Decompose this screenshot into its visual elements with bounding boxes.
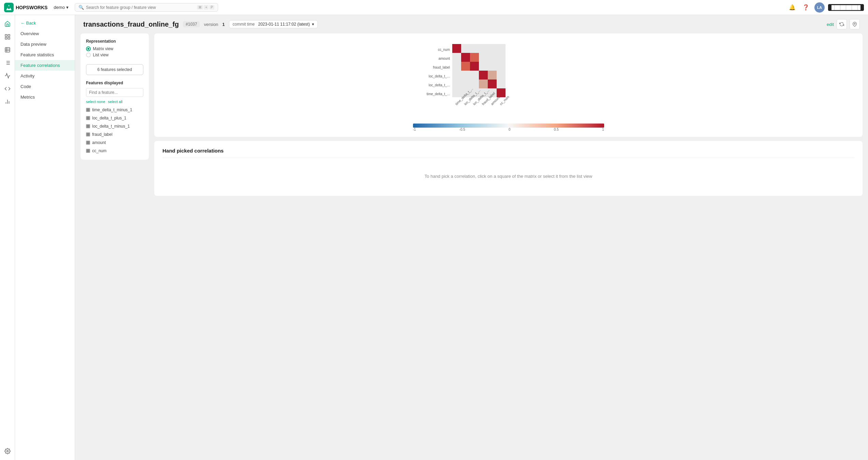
sidebar-item-activity[interactable]: Activity: [15, 71, 75, 81]
matrix-view-option[interactable]: Matrix view: [86, 46, 143, 51]
workspace-selector[interactable]: demo ▾: [52, 3, 71, 11]
matrix-cell[interactable]: [452, 62, 461, 71]
matrix-cell[interactable]: [479, 80, 488, 88]
sidebar-icon-grid[interactable]: [1, 31, 14, 43]
sidebar-item-code[interactable]: Code: [15, 81, 75, 92]
back-button[interactable]: ← Back: [15, 18, 75, 28]
sidebar-icons: [0, 15, 15, 460]
matrix-cell[interactable]: [479, 44, 488, 53]
feature-checkbox[interactable]: [86, 132, 90, 136]
matrix-cell[interactable]: [452, 71, 461, 80]
handpicked-empty-message: To hand pick a correlation, click on a s…: [162, 163, 854, 189]
matrix-cell[interactable]: [470, 71, 479, 80]
matrix-cell[interactable]: [452, 80, 461, 88]
list-item[interactable]: cc_num: [86, 147, 143, 154]
matrix-cell[interactable]: [470, 44, 479, 53]
features-selected-button[interactable]: 6 features selected: [86, 64, 143, 75]
matrix-cell[interactable]: [461, 71, 470, 80]
feature-checkbox[interactable]: [86, 149, 90, 153]
select-links: select none select all: [86, 100, 143, 104]
matrix-cell[interactable]: [497, 44, 506, 53]
colorbar: [413, 124, 604, 128]
sidebar-item-metrics[interactable]: Metrics: [15, 92, 75, 102]
matrix-cell[interactable]: [470, 53, 479, 62]
workspace-name: demo: [54, 5, 65, 10]
matrix-cell[interactable]: [452, 44, 461, 53]
feature-checkbox[interactable]: [86, 124, 90, 128]
sidebar-item-feature-correlations[interactable]: Feature correlations: [15, 60, 75, 71]
logo-text: HOPSWORKS: [16, 5, 47, 10]
correlation-matrix-svg[interactable]: cc_num amount fraud_label loc_delta_t_..…: [413, 39, 604, 121]
matrix-cell[interactable]: [479, 62, 488, 71]
chevron-down-icon: ▾: [66, 5, 69, 10]
sidebar-item-feature-statistics[interactable]: Feature statistics: [15, 49, 75, 60]
commit-time-selector[interactable]: commit time 2023-01-11 11:17:02 (latest)…: [229, 20, 318, 28]
sidebar-icon-list[interactable]: [1, 57, 14, 69]
svg-rect-6: [8, 38, 10, 39]
representation-title: Representation: [86, 39, 143, 44]
feature-checkbox[interactable]: [86, 141, 90, 145]
page-header: transactions_fraud_online_fg #1037 versi…: [75, 15, 868, 33]
matrix-cell[interactable]: [488, 71, 497, 80]
svg-point-20: [6, 450, 8, 452]
matrix-cell[interactable]: [488, 80, 497, 88]
list-view-radio[interactable]: [86, 53, 91, 57]
logo: HOPSWORKS: [4, 3, 47, 12]
refresh-button[interactable]: [837, 19, 847, 29]
list-item[interactable]: amount: [86, 139, 143, 146]
svg-rect-4: [8, 34, 10, 36]
sidebar-icon-settings[interactable]: [1, 445, 14, 457]
feature-name: amount: [92, 140, 106, 145]
matrix-cell[interactable]: [479, 53, 488, 62]
colorbar-labels: -1 -0.5 0 0.5 1: [413, 128, 604, 131]
search-input[interactable]: [86, 5, 195, 10]
matrix-cell[interactable]: [488, 53, 497, 62]
sidebar-item-label: Feature correlations: [20, 63, 60, 68]
avatar[interactable]: LA: [814, 2, 825, 13]
list-item[interactable]: fraud_label: [86, 131, 143, 138]
edit-button[interactable]: edit: [827, 22, 834, 27]
matrix-cell[interactable]: [470, 80, 479, 88]
list-item[interactable]: loc_delta_t_plus_1: [86, 115, 143, 121]
matrix-view-radio[interactable]: [86, 46, 91, 51]
select-none-link[interactable]: select none: [86, 100, 105, 104]
matrix-cell[interactable]: [461, 62, 470, 71]
matrix-svg-wrap: cc_num amount fraud_label loc_delta_t_..…: [160, 39, 857, 121]
matrix-cell[interactable]: [470, 62, 479, 71]
workspace-label: ██████████: [828, 4, 864, 11]
help-button[interactable]: ❓: [801, 2, 811, 13]
matrix-view-label: Matrix view: [93, 46, 113, 51]
list-item[interactable]: loc_delta_t_minus_1: [86, 123, 143, 130]
matrix-cell[interactable]: [497, 80, 506, 88]
matrix-cell[interactable]: [479, 71, 488, 80]
matrix-cell[interactable]: [488, 62, 497, 71]
colorbar-min: -1: [413, 128, 416, 131]
matrix-cell[interactable]: [497, 53, 506, 62]
sidebar-icon-home[interactable]: [1, 18, 14, 30]
feature-checkbox[interactable]: [86, 108, 90, 112]
matrix-cell[interactable]: [488, 44, 497, 53]
feature-checkbox[interactable]: [86, 116, 90, 120]
sidebar-icon-code[interactable]: [1, 83, 14, 95]
global-search[interactable]: 🔍 ⌘ + P: [75, 3, 218, 12]
matrix-cell[interactable]: [461, 44, 470, 53]
list-view-option[interactable]: List view: [86, 53, 143, 57]
matrix-cell[interactable]: [497, 62, 506, 71]
sidebar-icon-metrics[interactable]: [1, 96, 14, 108]
select-all-link[interactable]: select all: [108, 100, 123, 104]
sidebar-icon-activity[interactable]: [1, 70, 14, 82]
feature-group-id: #1037: [183, 21, 200, 27]
sidebar-item-data-preview[interactable]: Data preview: [15, 39, 75, 49]
matrix-cell[interactable]: [452, 88, 461, 97]
matrix-cell[interactable]: [461, 80, 470, 88]
back-label: ← Back: [20, 20, 36, 26]
matrix-cell[interactable]: [461, 53, 470, 62]
matrix-cell[interactable]: [497, 71, 506, 80]
list-item[interactable]: time_delta_t_minus_1: [86, 106, 143, 113]
find-feature-input[interactable]: [86, 88, 143, 97]
pin-button[interactable]: [850, 19, 860, 29]
notifications-button[interactable]: 🔔: [787, 2, 797, 13]
sidebar-item-overview[interactable]: Overview: [15, 28, 75, 39]
matrix-cell[interactable]: [452, 53, 461, 62]
sidebar-icon-table[interactable]: [1, 44, 14, 56]
